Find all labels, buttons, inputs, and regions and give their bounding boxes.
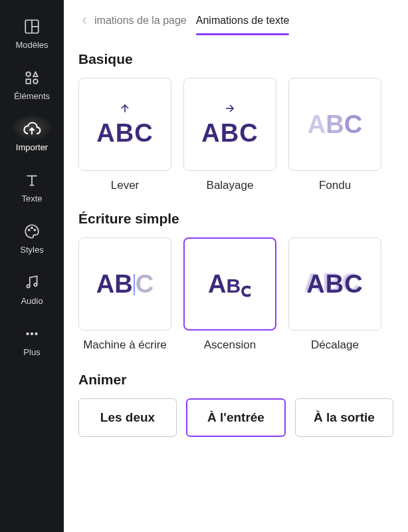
tile-typewriter[interactable]: ABC [78,237,171,331]
sidebar-item-label: Styles [20,245,43,255]
active-glow [11,114,53,141]
sidebar-item-text[interactable]: Texte [0,163,64,214]
sidebar-item-label: Modèles [15,40,48,50]
svg-point-15 [26,332,29,335]
section-basic: Basique ABC Lever [78,51,393,192]
sidebar: Modèles Éléments Importer [0,0,64,532]
seg-both[interactable]: Les deux [78,398,177,437]
section-simple-writing: Écriture simple ABC Machine à écrire ABᴄ [78,211,393,352]
sidebar-item-label: Plus [23,347,40,357]
abc-preview: ABᴄ [208,270,252,299]
svg-point-16 [31,332,33,335]
palette-icon [23,222,41,241]
tab-label: Animations de texte [196,15,290,26]
seg-on-exit[interactable]: À la sortie [295,398,393,437]
tab-underline [196,33,290,35]
abc-preview: ABC ABC [306,270,363,299]
tabs: imations de la page Animations de texte [78,15,393,35]
abc-preview: ABC [308,110,362,139]
elements-icon [23,68,41,87]
sidebar-item-more[interactable]: Plus [0,317,64,368]
arrow-right-icon [223,102,237,118]
seg-on-enter[interactable]: À l'entrée [186,398,286,437]
svg-point-3 [26,72,31,76]
sidebar-item-templates[interactable]: Modèles [0,9,64,61]
tile-balayage[interactable]: ABC [183,78,276,171]
sidebar-item-label: Texte [21,194,42,203]
svg-point-6 [33,79,37,84]
svg-point-10 [29,229,30,231]
section-title: Animer [78,372,393,388]
tab-page-animations[interactable]: imations de la page [78,15,187,27]
tab-label: imations de la page [94,15,187,27]
svg-point-12 [34,229,35,231]
section-title: Basique [78,51,393,67]
seg-label: À la sortie [314,410,375,425]
tile-label: Balayage [207,179,254,192]
tile-label: Machine à écrire [83,338,167,352]
more-icon [23,325,41,343]
sidebar-item-audio[interactable]: Audio [0,265,64,317]
tile-decalage[interactable]: ABC ABC [288,237,381,331]
audio-icon [23,273,41,292]
svg-point-14 [34,283,37,286]
sidebar-item-import[interactable]: Importer [0,112,64,163]
tile-fondu[interactable]: ABC [288,78,381,171]
svg-point-17 [35,332,37,335]
abc-preview: ABC [201,119,258,148]
abc-preview: ABC [96,270,153,299]
chevron-left-icon [78,15,90,27]
arrow-up-icon [118,102,132,118]
sidebar-item-label: Éléments [14,91,50,101]
sidebar-item-label: Audio [21,296,43,306]
templates-icon [23,17,41,36]
seg-label: Les deux [100,410,155,425]
section-animate: Animer Les deux À l'entrée À la sortie [78,372,393,437]
abc-preview: ABC [96,119,153,148]
svg-rect-5 [26,79,31,84]
tile-lever[interactable]: ABC [78,78,171,171]
tile-label: Lever [111,179,140,192]
sidebar-item-styles[interactable]: Styles [0,214,64,265]
sidebar-item-label: Importer [16,142,48,152]
svg-point-11 [31,227,33,229]
seg-label: À l'entrée [207,410,264,425]
main-panel: imations de la page Animations de texte … [64,0,408,532]
text-icon [23,171,41,190]
tab-text-animations[interactable]: Animations de texte [196,15,290,27]
tile-ascension[interactable]: ABᴄ [183,237,276,331]
tile-label: Décalage [311,338,359,352]
tile-label: Fondu [319,179,351,192]
sidebar-item-elements[interactable]: Éléments [0,61,64,112]
svg-marker-4 [33,72,37,76]
tile-label: Ascension [204,338,256,352]
svg-point-13 [27,285,29,287]
section-title: Écriture simple [78,211,393,227]
